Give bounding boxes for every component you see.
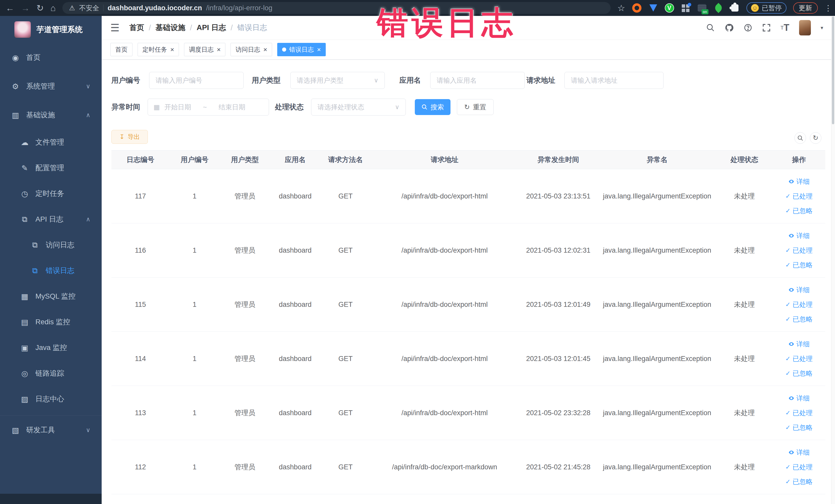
request-url-label: 请求地址	[527, 72, 555, 89]
sidebar-item-mysql[interactable]: ▦MySQL 监控	[0, 283, 102, 309]
sidebar-item-api-log[interactable]: ⧉API 日志∧	[0, 206, 102, 232]
action-detail-link[interactable]: 详细	[788, 231, 810, 240]
breadcrumb-item-1[interactable]: 基础设施	[156, 23, 185, 33]
back-icon[interactable]: ←	[6, 4, 14, 12]
tag-3[interactable]: 访问日志×	[230, 43, 272, 56]
sidebar-item-job[interactable]: ◷定时任务	[0, 181, 102, 206]
chevron-down-icon[interactable]: ▾	[821, 25, 823, 31]
user-avatar[interactable]	[799, 20, 811, 36]
user-id-label: 用户编号	[111, 72, 140, 89]
cell-exception-name: java.lang.IllegalArgumentException	[598, 355, 716, 363]
user-type-select[interactable]: 请选择用户类型 ∨	[290, 72, 385, 89]
browser-update-button[interactable]: 更新	[793, 2, 818, 14]
fullscreen-icon[interactable]	[762, 23, 771, 32]
extension-paused-badge[interactable]: ☺ 已暂停	[747, 2, 787, 14]
action-processed-link[interactable]: ✓已处理	[785, 246, 812, 255]
sidebar-item-home[interactable]: ◉首页	[0, 43, 102, 72]
action-label: 详细	[796, 285, 810, 295]
sidebar-item-label: 文件管理	[36, 137, 64, 147]
close-icon[interactable]: ×	[170, 46, 174, 53]
tag-label: 首页	[115, 45, 127, 54]
chart-icon: ▦	[20, 292, 29, 301]
sidebar-item-file[interactable]: ☁文件管理	[0, 129, 102, 155]
action-ignored-link[interactable]: ✓已忽略	[785, 369, 812, 378]
home-icon[interactable]: ⌂	[50, 4, 56, 12]
tag-2[interactable]: 调度日志×	[184, 43, 225, 56]
font-size-icon[interactable]: TT	[780, 22, 789, 33]
browser-menu-icon[interactable]: ⋮	[824, 4, 832, 13]
check-icon: ✓	[785, 301, 790, 308]
process-status-select[interactable]: 请选择处理状态 ∨	[311, 99, 406, 116]
reset-button[interactable]: ↻ 重置	[457, 99, 494, 115]
action-ignored-link[interactable]: ✓已忽略	[785, 423, 812, 432]
action-label: 已忽略	[793, 423, 813, 432]
cell-app-name: dashboard	[270, 192, 320, 200]
action-processed-link[interactable]: ✓已处理	[785, 192, 812, 201]
action-detail-link[interactable]: 详细	[788, 394, 810, 403]
request-url-input[interactable]	[565, 72, 664, 89]
cell-exception-name: java.lang.IllegalArgumentException	[598, 463, 716, 471]
user-id-input[interactable]	[149, 72, 244, 89]
extension-leaf-icon[interactable]	[714, 3, 724, 13]
scrollbar-thumb[interactable]	[832, 16, 834, 124]
sidebar-item-error-log[interactable]: ⧉错误日志	[0, 258, 102, 283]
sidebar-item-access-log[interactable]: ⧉访问日志	[0, 232, 102, 258]
action-detail-link[interactable]: 详细	[788, 177, 810, 186]
action-processed-link[interactable]: ✓已处理	[785, 408, 812, 418]
cell-user-type: 管理员	[220, 462, 270, 472]
sidebar-item-infra[interactable]: ▥基础设施∧	[0, 101, 102, 129]
extension-switch-icon[interactable]	[697, 3, 707, 13]
cell-request-url: /api/infra/db-doc/export-html	[371, 192, 518, 200]
action-processed-link[interactable]: ✓已处理	[785, 354, 812, 363]
app-logo-row[interactable]: 芋道管理系统	[0, 16, 102, 43]
close-icon[interactable]: ×	[317, 46, 321, 53]
action-detail-link[interactable]: 详细	[788, 340, 810, 349]
action-detail-link[interactable]: 详细	[788, 285, 810, 295]
scrollbar[interactable]	[831, 16, 835, 504]
extension-orange-icon[interactable]	[632, 3, 642, 13]
sidebar-collapse-bar[interactable]	[0, 494, 102, 504]
hamburger-icon[interactable]: ☰	[110, 22, 120, 34]
close-icon[interactable]: ×	[263, 46, 267, 53]
action-ignored-link[interactable]: ✓已忽略	[785, 315, 812, 324]
breadcrumb-item-2[interactable]: API 日志	[197, 23, 226, 33]
export-button[interactable]: ↧ 导出	[111, 130, 148, 144]
refresh-button[interactable]: ↻	[810, 132, 821, 144]
github-icon[interactable]	[725, 23, 734, 32]
reload-icon[interactable]: ↻	[37, 4, 44, 12]
breadcrumb-item-0[interactable]: 首页	[129, 23, 144, 33]
tag-0[interactable]: 首页	[110, 43, 133, 56]
search-button[interactable]: 搜索	[415, 99, 450, 115]
cell-actions: 详细✓已处理✓已忽略	[773, 394, 825, 432]
address-bar[interactable]: ⚠ 不安全 dashboard.yudao.iocoder.cn/infra/l…	[62, 2, 611, 14]
bookmark-star-icon[interactable]: ☆	[617, 3, 625, 13]
extension-grid-icon[interactable]	[681, 3, 691, 13]
tag-4[interactable]: 错误日志×	[277, 43, 326, 56]
tag-1[interactable]: 定时任务×	[138, 43, 179, 56]
action-ignored-link[interactable]: ✓已忽略	[785, 206, 812, 216]
close-icon[interactable]: ×	[217, 46, 221, 53]
action-processed-link[interactable]: ✓已处理	[785, 300, 812, 309]
action-processed-link[interactable]: ✓已处理	[785, 463, 812, 472]
exception-time-range-picker[interactable]: ▦ 开始日期 ~ 结束日期	[148, 99, 269, 116]
extension-shield-icon[interactable]	[648, 3, 658, 13]
tag-label: 调度日志	[189, 45, 213, 54]
search-icon[interactable]	[706, 23, 715, 32]
sidebar-item-config[interactable]: ✎配置管理	[0, 155, 102, 181]
toggle-search-button[interactable]	[794, 132, 806, 144]
sidebar-item-system[interactable]: ⚙系统管理∨	[0, 72, 102, 101]
sidebar-item-log-center[interactable]: ▨日志中心	[0, 386, 102, 412]
app-name-input[interactable]	[430, 72, 525, 89]
extension-v-icon[interactable]: V	[665, 3, 674, 13]
sidebar-item-trace[interactable]: ◎链路追踪	[0, 361, 102, 386]
help-icon[interactable]	[744, 23, 752, 32]
forward-icon[interactable]: →	[21, 4, 30, 12]
action-detail-link[interactable]: 详细	[788, 448, 810, 457]
action-ignored-link[interactable]: ✓已忽略	[785, 477, 812, 486]
extensions-puzzle-icon[interactable]	[730, 3, 740, 13]
sidebar-item-devtools[interactable]: ▧研发工具∨	[0, 416, 102, 444]
action-ignored-link[interactable]: ✓已忽略	[785, 261, 812, 269]
column-header: 用户类型	[220, 155, 270, 164]
sidebar-item-java[interactable]: ▣Java 监控	[0, 335, 102, 361]
sidebar-item-redis[interactable]: ▤Redis 监控	[0, 309, 102, 335]
